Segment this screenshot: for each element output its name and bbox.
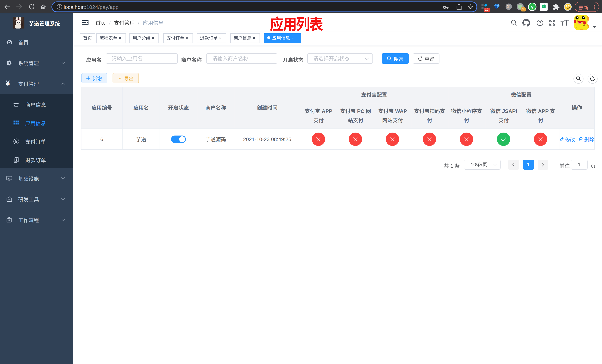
svg-text:y: y: [531, 4, 534, 10]
svg-text:⌘: ⌘: [507, 4, 511, 9]
